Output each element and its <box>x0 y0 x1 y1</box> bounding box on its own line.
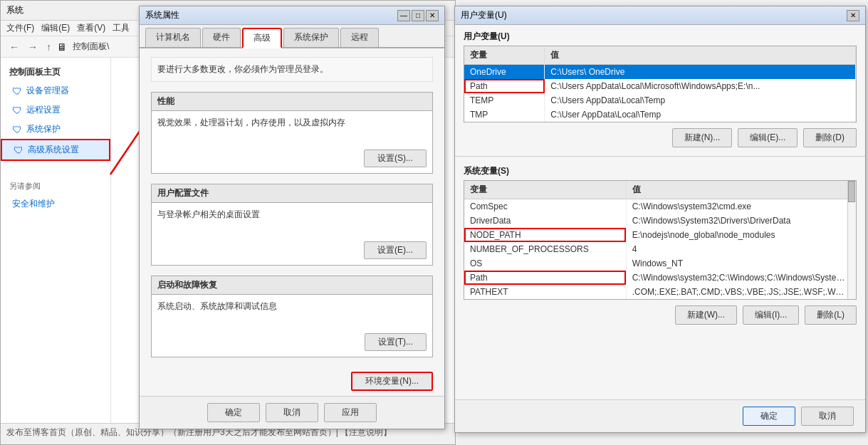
user-var-row-2[interactable]: TEMP C:\Users AppData\Local\Temp <box>464 93 856 108</box>
sys-var-row-1[interactable]: DriverData C:\Windows\System32\Drivers\D… <box>464 214 856 228</box>
envvar-titlebar: 用户变量(U) ✕ <box>455 6 865 25</box>
sysprop-dialog: 系统属性 — □ ✕ 计算机名 硬件 高级 系统保护 远程 要进行大多数更改，你… <box>139 6 445 429</box>
user-var-cell-var-2: TEMP <box>464 93 545 108</box>
envvar-title: 用户变量(U) <box>461 9 507 21</box>
user-var-col-val: 值 <box>545 46 856 65</box>
ok-btn[interactable]: 确定 <box>207 403 260 422</box>
sys-delete-btn[interactable]: 删除(L) <box>805 305 857 325</box>
sys-var-cell-val-5: C:\Windows\system32;C:\Windows;C:\Window… <box>626 271 855 285</box>
envvar-btn[interactable]: 环境变量(N)... <box>351 372 433 391</box>
sys-var-row-4[interactable]: OS Windows_NT <box>464 256 856 271</box>
profile-settings-btn[interactable]: 设置(E)... <box>364 241 427 259</box>
user-var-cell-val-0: C:\Users\ OneDrive <box>545 65 856 80</box>
user-edit-btn[interactable]: 编辑(E)... <box>738 128 798 147</box>
menu-edit[interactable]: 编辑(E) <box>41 22 70 34</box>
user-var-row-1[interactable]: Path C:\Users AppData\Local\Microsoft\Wi… <box>464 79 856 93</box>
user-var-cell-var-1: Path <box>464 79 545 93</box>
sys-var-row-5[interactable]: Path C:\Windows\system32;C:\Windows;C:\W… <box>464 271 856 285</box>
section-userprofile: 用户配置文件 与登录帐户相关的桌面设置 设置(E)... <box>151 184 433 266</box>
apply-btn[interactable]: 应用 <box>324 403 377 422</box>
section-performance-header: 性能 <box>152 93 432 111</box>
section-performance-footer: 设置(S)... <box>152 147 432 173</box>
sys-var-row-6[interactable]: PATHEXT .COM;.EXE;.BAT;.CMD;.VBS;.VBE;.J… <box>464 285 856 299</box>
sys-var-row-2[interactable]: NODE_PATH E:\nodejs\node_global\node_mod… <box>464 228 856 242</box>
menu-tools[interactable]: 工具 <box>113 22 130 34</box>
sysprop-title: 系统属性 <box>145 9 179 21</box>
envvar-cancel-btn[interactable]: 取消 <box>801 407 854 426</box>
startup-settings-btn[interactable]: 设置(T)... <box>365 333 427 351</box>
user-new-btn[interactable]: 新建(N)... <box>672 128 733 147</box>
sys-var-cell-var-4: OS <box>464 256 626 271</box>
minimize-btn[interactable]: — <box>397 10 410 21</box>
bg-sidebar: 控制面板主页 🛡 设备管理器 🛡 远程设置 🛡 系统保护 🛡 高级系统设置 另请… <box>1 58 111 423</box>
shield-icon-2: 🛡 <box>12 105 22 116</box>
shield-icon-3: 🛡 <box>12 124 22 135</box>
envvar-divider <box>455 156 865 157</box>
sidebar-item-label-4: 高级系统设置 <box>28 144 79 156</box>
menu-file[interactable]: 文件(F) <box>6 22 34 34</box>
sidebar-item-sys-protect[interactable]: 🛡 系统保护 <box>1 120 110 139</box>
close-btn[interactable]: ✕ <box>426 10 439 21</box>
back-btn[interactable]: ← <box>6 40 22 54</box>
sidebar-item-security[interactable]: 安全和维护 <box>1 194 110 214</box>
tab-bar: 计算机名 硬件 高级 系统保护 远程 <box>140 25 444 48</box>
sys-var-cell-var-5: Path <box>464 271 626 285</box>
sys-var-table: 变量 值 ComSpec C:\Windows\system32\cmd.exe… <box>464 181 856 299</box>
cancel-btn[interactable]: 取消 <box>266 403 318 422</box>
envvar-ok-btn[interactable]: 确定 <box>743 407 795 426</box>
user-var-btn-row: 新建(N)... 编辑(E)... 删除(D) <box>455 122 865 153</box>
sys-var-row-3[interactable]: NUMBER_OF_PROCESSORS 4 <box>464 242 856 256</box>
shield-icon-1: 🛡 <box>12 85 22 97</box>
also-see-label: 另请参阅 <box>1 175 110 194</box>
tab-advanced[interactable]: 高级 <box>242 28 282 48</box>
sidebar-item-label-3: 系统保护 <box>26 123 61 135</box>
sys-var-col-var: 变量 <box>464 181 626 199</box>
tab-sysprotect[interactable]: 系统保护 <box>283 28 339 47</box>
tab-computername[interactable]: 计算机名 <box>145 28 201 47</box>
user-delete-btn[interactable]: 删除(D) <box>803 128 857 147</box>
sidebar-item-remote[interactable]: 🛡 远程设置 <box>1 100 110 120</box>
sysprop-title-btns: — □ ✕ <box>397 10 439 21</box>
sidebar-item-label-2: 远程设置 <box>26 104 61 116</box>
perf-settings-btn[interactable]: 设置(S)... <box>364 150 427 167</box>
bg-title: 系统 <box>6 4 23 16</box>
user-var-table-wrapper: 变量 值 OneDrive C:\Users\ OneDrive Path C:… <box>464 46 857 122</box>
sysprop-body: 要进行大多数更改，你必须作为管理员登录。 性能 视觉效果，处理器计划，内存使用，… <box>140 48 444 392</box>
section-performance-body: 视觉效果，处理器计划，内存使用，以及虚拟内存 <box>152 111 432 147</box>
section-performance: 性能 视觉效果，处理器计划，内存使用，以及虚拟内存 设置(S)... <box>151 92 433 174</box>
sys-var-scrollbar[interactable] <box>847 181 856 299</box>
envvar-close-btn[interactable]: ✕ <box>847 10 859 21</box>
sys-var-label: 系统变量(S) <box>455 159 865 180</box>
sys-var-cell-val-2: E:\nodejs\node_global\node_modules <box>626 228 855 242</box>
user-var-cell-val-2: C:\Users AppData\Local\Temp <box>545 93 856 108</box>
sys-var-cell-val-0: C:\Windows\system32\cmd.exe <box>626 199 855 214</box>
tab-hardware[interactable]: 硬件 <box>202 28 241 47</box>
sys-var-table-wrapper: 变量 值 ComSpec C:\Windows\system32\cmd.exe… <box>464 180 857 300</box>
user-var-row-3[interactable]: TMP C:\User AppData\Local\Temp <box>464 108 856 122</box>
sysprop-titlebar: 系统属性 — □ ✕ <box>140 6 444 25</box>
sidebar-item-advanced[interactable]: 🛡 高级系统设置 <box>1 139 110 161</box>
user-var-cell-val-1: C:\Users AppData\Local\Microsoft\Windows… <box>545 79 856 93</box>
tab-remote[interactable]: 远程 <box>340 28 379 47</box>
section-userprofile-header: 用户配置文件 <box>152 184 432 203</box>
section-startup-body: 系统启动、系统故障和调试信息 <box>152 295 432 330</box>
sidebar-title: 控制面板主页 <box>1 63 110 81</box>
sys-edit-btn[interactable]: 编辑(I)... <box>743 305 799 325</box>
section-userprofile-body: 与登录帐户相关的桌面设置 <box>152 203 432 239</box>
shield-icon-4: 🛡 <box>14 145 23 156</box>
sidebar-item-device-mgr[interactable]: 🛡 设备管理器 <box>1 81 110 100</box>
folder-icon: 🖥 <box>57 41 67 53</box>
section-startup-footer: 设置(T)... <box>152 330 432 357</box>
menu-view[interactable]: 查看(V) <box>77 22 105 34</box>
scrollbar-thumb[interactable] <box>848 181 855 202</box>
up-btn[interactable]: ↑ <box>43 40 54 54</box>
user-var-row-0[interactable]: OneDrive C:\Users\ OneDrive <box>464 65 856 80</box>
forward-btn[interactable]: → <box>25 40 41 54</box>
sys-new-btn[interactable]: 新建(W)... <box>675 305 737 325</box>
sys-var-row-0[interactable]: ComSpec C:\Windows\system32\cmd.exe <box>464 199 856 214</box>
maximize-btn[interactable]: □ <box>412 10 424 21</box>
sys-var-col-val: 值 <box>626 181 855 199</box>
section-startup-header: 启动和故障恢复 <box>152 276 432 295</box>
sys-var-cell-var-1: DriverData <box>464 214 626 228</box>
sys-var-cell-var-2: NODE_PATH <box>464 228 626 242</box>
